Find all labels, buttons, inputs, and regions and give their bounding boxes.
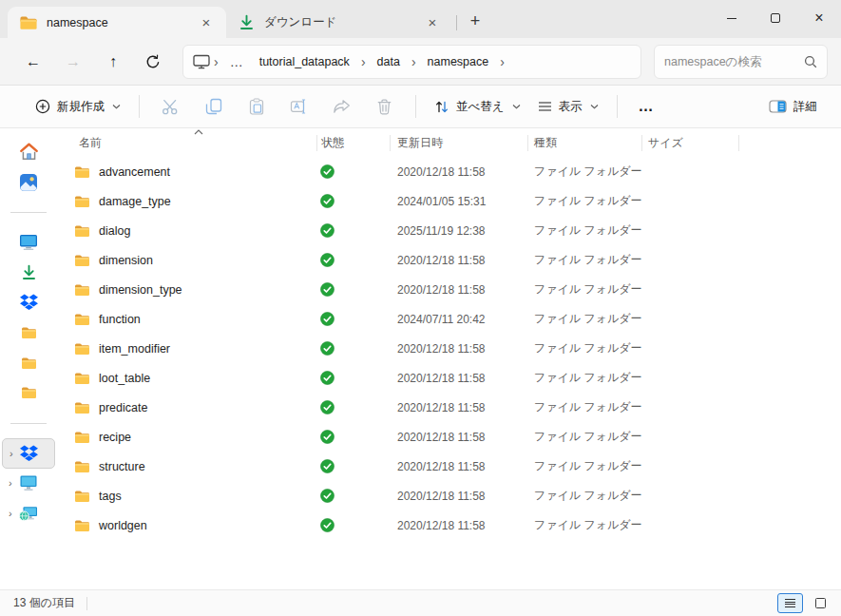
breadcrumb-item[interactable]: namespace [420, 51, 497, 72]
share-button[interactable] [320, 90, 363, 123]
refresh-icon [145, 54, 161, 69]
tab-label: namespace [47, 16, 196, 29]
folder-icon [74, 283, 90, 297]
view-toggles [777, 593, 833, 613]
table-row[interactable]: tags2020/12/18 11:58ファイル フォルダー [57, 481, 841, 510]
close-tab-icon[interactable]: × [422, 12, 443, 33]
divider [415, 95, 416, 118]
details-view-button[interactable] [777, 593, 803, 613]
file-name: loot_table [99, 372, 150, 385]
file-name: function [99, 313, 141, 326]
sidebar-item-folder[interactable] [2, 378, 55, 409]
view-button[interactable]: 表示 [529, 93, 607, 121]
column-separator [527, 135, 528, 151]
breadcrumb-chevron-icon[interactable]: › [357, 54, 370, 69]
paste-button[interactable] [235, 90, 277, 123]
file-name: dimension [99, 254, 153, 267]
sync-status-icon [320, 363, 334, 393]
breadcrumb-overflow-button[interactable]: … [222, 54, 252, 69]
search-input[interactable] [664, 55, 804, 68]
sidebar-item-folder[interactable] [2, 348, 55, 378]
rename-button[interactable] [277, 90, 320, 123]
maximize-button[interactable] [754, 0, 797, 36]
close-window-button[interactable]: × [797, 0, 841, 36]
sidebar-item-download[interactable] [2, 258, 55, 288]
date-modified: 2024/07/11 20:42 [397, 304, 486, 334]
table-row[interactable]: predicate2020/12/18 11:58ファイル フォルダー [57, 393, 841, 422]
folder-icon [74, 195, 90, 208]
sidebar-item-gallery[interactable] [2, 167, 55, 198]
table-row[interactable]: advancement2020/12/18 11:58ファイル フォルダー [57, 157, 841, 186]
date-modified: 2025/11/19 12:38 [397, 216, 486, 245]
date-modified: 2020/12/18 11:58 [397, 275, 486, 304]
file-name: advancement [99, 165, 170, 179]
file-name: dimension_type [99, 283, 182, 297]
column-header[interactable]: 名前 [79, 128, 102, 157]
sidebar-item-dropbox[interactable] [2, 287, 55, 318]
details-pane-button[interactable]: 詳細 [760, 93, 826, 121]
breadcrumb-chevron-icon[interactable]: › [210, 54, 222, 69]
column-header[interactable]: 種類 [534, 128, 557, 157]
breadcrumb-item[interactable]: tutorial_datapack [252, 51, 357, 72]
dropbox-icon [20, 294, 38, 311]
sidebar-item-desktop[interactable] [2, 227, 55, 258]
breadcrumb-item[interactable]: data [370, 51, 408, 72]
table-row[interactable]: worldgen2020/12/18 11:58ファイル フォルダー [57, 510, 841, 540]
sync-status-icon [320, 157, 334, 186]
chevron-right-icon[interactable]: › [10, 448, 13, 459]
chevron-right-icon[interactable]: › [9, 477, 12, 489]
view-lines-icon [538, 101, 552, 112]
tab-downloads[interactable]: ダウンロード × [226, 7, 452, 38]
delete-button[interactable] [363, 90, 406, 123]
forward-button[interactable]: → [53, 45, 93, 79]
sidebar-item-network[interactable]: › [2, 498, 55, 529]
table-row[interactable]: recipe2020/12/18 11:58ファイル フォルダー [57, 422, 841, 452]
details-label: 詳細 [793, 99, 817, 115]
copy-icon [205, 98, 222, 115]
sidebar-item-folder[interactable] [2, 318, 55, 348]
more-options-button[interactable]: … [627, 98, 666, 115]
table-row[interactable]: damage_type2024/01/05 15:31ファイル フォルダー [57, 186, 841, 216]
new-item-label: 新規作成 [57, 99, 105, 115]
download-icon [238, 13, 256, 31]
column-header[interactable]: サイズ [648, 128, 683, 157]
table-row[interactable]: structure2020/12/18 11:58ファイル フォルダー [57, 452, 841, 481]
folder-icon [74, 401, 90, 414]
close-tab-icon[interactable]: × [196, 12, 217, 33]
column-separator [316, 135, 317, 151]
column-header[interactable]: 状態 [321, 128, 344, 157]
desktop-icon [19, 234, 38, 251]
up-button[interactable]: ↑ [93, 45, 133, 79]
sidebar-item-home[interactable] [2, 137, 55, 167]
minimize-button[interactable] [710, 0, 754, 36]
table-row[interactable]: item_modifier2020/12/18 11:58ファイル フォルダー [57, 334, 841, 363]
tab-namespace[interactable]: namespace × [8, 7, 226, 38]
new-tab-button[interactable]: + [461, 8, 489, 34]
breadcrumb-chevron-icon[interactable]: › [408, 54, 420, 69]
cut-button[interactable] [149, 90, 192, 123]
column-header-row: 名前状態更新日時種類サイズ [57, 128, 841, 157]
file-name: predicate [99, 401, 147, 414]
new-item-button[interactable]: 新規作成 [27, 93, 129, 121]
breadcrumb-chevron-icon[interactable]: › [496, 54, 508, 69]
table-row[interactable]: function2024/07/11 20:42ファイル フォルダー [57, 304, 841, 334]
copy-button[interactable] [192, 90, 235, 123]
table-row[interactable]: dialog2025/11/19 12:38ファイル フォルダー [57, 216, 841, 245]
sort-button[interactable]: 並べ替え [426, 93, 529, 121]
address-bar[interactable]: › … tutorial_datapack › data › namespace… [182, 45, 641, 79]
file-name: recipe [99, 431, 131, 444]
chevron-right-icon[interactable]: › [9, 508, 12, 519]
table-row[interactable]: loot_table2020/12/18 11:58ファイル フォルダー [57, 363, 841, 393]
share-icon [333, 99, 351, 114]
sync-status-icon [320, 481, 334, 510]
table-row[interactable]: dimension2020/12/18 11:58ファイル フォルダー [57, 245, 841, 275]
column-header[interactable]: 更新日時 [397, 128, 443, 157]
sidebar-item-dropbox[interactable]: › [2, 438, 55, 469]
back-button[interactable]: ← [13, 45, 53, 79]
table-row[interactable]: dimension_type2020/12/18 11:58ファイル フォルダー [57, 275, 841, 304]
sidebar-item-pc[interactable]: › [2, 469, 55, 499]
refresh-button[interactable] [133, 45, 173, 79]
file-type: ファイル フォルダー [534, 363, 642, 393]
large-icons-view-button[interactable] [808, 593, 833, 613]
details-pane-icon [769, 100, 787, 113]
